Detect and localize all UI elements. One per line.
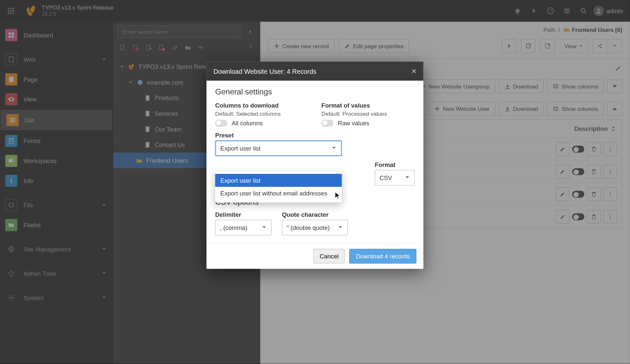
field-sublabel: Default: Processed values	[322, 111, 415, 117]
field-label: Format of values	[322, 102, 415, 109]
field-sublabel: Default: Selected columns	[215, 111, 308, 117]
chevron-down-icon	[331, 145, 337, 152]
preset-option[interactable]: Export user list without email addresses	[215, 187, 342, 200]
format-select[interactable]: CSV	[375, 170, 415, 186]
app-window: TYPO3 v13.x Sprint Release 13.2.0 ? admi…	[0, 0, 630, 364]
btn-label: Download 4 records	[356, 253, 410, 260]
select-value: Export user list	[220, 145, 261, 152]
toggle-label: Raw values	[338, 120, 369, 127]
preset-option[interactable]: Export user list	[215, 174, 342, 187]
quote-select[interactable]: " (double quote)	[282, 220, 348, 235]
cancel-button[interactable]: Cancel	[313, 249, 345, 264]
close-icon[interactable]: ×	[411, 67, 416, 75]
btn-label: Cancel	[320, 253, 339, 260]
toggle-label: All columns	[232, 120, 263, 127]
chevron-down-icon	[262, 224, 267, 231]
delimiter-select[interactable]: , (comma)	[215, 220, 272, 235]
preset-dropdown: Export user list Export user list withou…	[215, 171, 342, 202]
download-modal: Download Website User: 4 Records × Gener…	[206, 62, 423, 269]
chevron-down-icon	[405, 174, 410, 181]
field-label: Columns to download	[215, 102, 308, 109]
modal-header: Download Website User: 4 Records ×	[206, 62, 423, 81]
raw-values-toggle[interactable]	[322, 120, 334, 127]
all-columns-toggle[interactable]	[215, 120, 227, 127]
chevron-down-icon	[338, 224, 343, 231]
select-value: " (double quote)	[287, 224, 330, 231]
download-button[interactable]: Download 4 records	[349, 249, 416, 264]
field-label: Delimiter	[215, 211, 272, 218]
select-value: , (comma)	[220, 224, 247, 231]
preset-select[interactable]: Export user list	[215, 140, 342, 156]
field-label: Preset	[215, 132, 415, 139]
select-value: CSV	[380, 174, 392, 181]
field-label: Format	[375, 161, 415, 168]
field-label: Quote character	[282, 211, 348, 218]
section-heading: General settings	[215, 88, 415, 97]
modal-title: Download Website User: 4 Records	[213, 68, 316, 75]
